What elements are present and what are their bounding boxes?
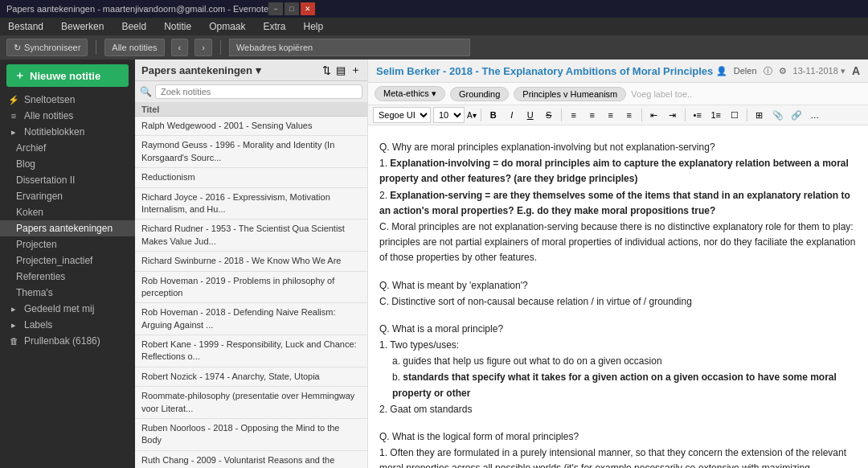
italic-button[interactable]: I <box>504 107 520 123</box>
title-column: Titel <box>141 105 159 114</box>
layout-icon[interactable]: ▤ <box>336 64 346 76</box>
heading-icon[interactable]: A▾ <box>467 111 477 120</box>
more-button[interactable]: … <box>807 107 823 123</box>
menu-item-bestand[interactable]: Bestand <box>5 19 47 34</box>
body-paragraph: a. guides that help us figure out what t… <box>392 354 857 369</box>
note-list-item[interactable]: Richard Joyce - 2016 - Expressivism, Mot… <box>135 188 367 220</box>
link-button[interactable]: 🔗 <box>788 107 805 123</box>
sidebar-item-koken[interactable]: Koken <box>0 204 135 220</box>
note-list-item[interactable]: Ruth Chang - 2009 - Voluntarist Reasons … <box>135 451 367 468</box>
bold-button[interactable]: B <box>485 107 502 123</box>
sort-icon[interactable]: ⇅ <box>322 64 331 76</box>
font-size-icon[interactable]: A <box>852 64 860 77</box>
minimize-button[interactable]: − <box>268 2 283 15</box>
notes-title: Papers aantekeningen ▾ <box>141 64 261 76</box>
note-list-item[interactable]: Reductionism <box>135 168 367 187</box>
menu-item-help[interactable]: Help <box>301 19 327 34</box>
sidebar-item-dissertation[interactable]: Dissertation II <box>0 172 135 188</box>
sneltoetsen-icon: ⚡ <box>8 95 19 105</box>
nav-forward-button[interactable]: › <box>194 39 212 56</box>
sidebar-item-label: Notitieblokken <box>24 126 84 138</box>
titlebar: Papers aantekeningen - maartenjivandoorn… <box>0 0 868 18</box>
body-paragraph: Q. Why are moral principles explanation-… <box>379 140 857 155</box>
font-size-select[interactable]: 10 <box>433 107 465 123</box>
tag-grounding[interactable]: Grounding <box>450 87 509 101</box>
checkbox-button[interactable]: ☐ <box>727 107 743 123</box>
note-list-item[interactable]: Roommate-philosophy (presentatie over He… <box>135 387 367 419</box>
share-label[interactable]: Delen <box>734 66 757 76</box>
note-list-item[interactable]: Richard Rudner - 1953 - The Scientist Qu… <box>135 220 367 252</box>
note-list-item[interactable]: Robert Nozick - 1974 - Anarchy, State, U… <box>135 367 367 387</box>
note-list-item[interactable]: Ralph Wedgewood - 2001 - Sensing Values <box>135 117 367 136</box>
sidebar-item-papers[interactable]: Papers aantekeningen <box>0 220 135 236</box>
sidebar-item-label: Blog <box>16 158 35 170</box>
all-notes-button[interactable]: Alle notities <box>104 39 164 56</box>
note-list-item[interactable]: Rob Hoveman - 2019 - Problems in philoso… <box>135 272 367 304</box>
address-bar[interactable] <box>229 39 470 56</box>
share-icon[interactable]: 👤 <box>716 66 727 76</box>
align-right-button[interactable]: ≡ <box>603 107 619 123</box>
sidebar-item-projecten[interactable]: Projecten <box>0 236 135 252</box>
note-body[interactable]: Q. Why are moral principles explanation-… <box>368 125 868 468</box>
tag-meta-ethics[interactable]: Meta-ethics ▾ <box>375 86 445 101</box>
sidebar-item-sneltoetsen[interactable]: ⚡ Sneltoetsen <box>0 92 135 108</box>
note-list-item[interactable]: Ruben Noorloos - 2018 - Opposing the Min… <box>135 419 367 451</box>
note-title[interactable]: Selim Berker - 2018 - The Explanatory Am… <box>376 65 713 77</box>
font-family-select[interactable]: Segoe UI <box>373 107 431 123</box>
menu-item-bewerken[interactable]: Bewerken <box>58 19 107 34</box>
sidebar-item-alle-notities[interactable]: ≡ Alle notities <box>0 108 135 124</box>
search-input[interactable] <box>155 84 362 99</box>
note-list-item[interactable]: Robert Kane - 1999 - Responsibility, Luc… <box>135 335 367 367</box>
sidebar-item-label: Papers aantekeningen <box>16 223 113 234</box>
settings-icon[interactable]: ⚙ <box>779 66 787 76</box>
all-notes-label: Alle notities <box>112 43 157 52</box>
bullet-list-button[interactable]: •≡ <box>690 107 706 123</box>
sidebar-item-blog[interactable]: Blog <box>0 156 135 172</box>
sidebar-item-notitieblokken[interactable]: ▸ Notitieblokken <box>0 124 135 140</box>
search-icon: 🔍 <box>140 86 152 97</box>
note-list-item[interactable]: Richard Swinburne - 2018 - We Know Who W… <box>135 252 367 271</box>
tags-bar: Meta-ethics ▾ Grounding Principles v Hum… <box>368 83 868 105</box>
add-note-icon[interactable]: ＋ <box>350 63 361 77</box>
toolbar-separator-2 <box>220 40 221 55</box>
table-button[interactable]: ⊞ <box>751 107 768 123</box>
tag-add[interactable]: Voeg label toe.. <box>631 89 692 99</box>
note-list-item[interactable]: Rob Hoveman - 2018 - Defending Naive Rea… <box>135 303 367 335</box>
align-left-button[interactable]: ≡ <box>566 107 582 123</box>
body-spacer <box>379 267 857 272</box>
new-note-button[interactable]: ＋ Nieuwe notitie <box>6 64 129 87</box>
underline-button[interactable]: U <box>522 107 538 123</box>
body-paragraph: Q. What is meant by 'explanation'? <box>379 278 857 294</box>
sync-button[interactable]: ↻ Synchroniseer <box>6 39 88 56</box>
sidebar-item-labels[interactable]: ▸ Labels <box>0 317 135 333</box>
tag-principles-humeanism[interactable]: Principles v Humeanism <box>514 87 626 101</box>
sidebar-item-label: Projecten <box>16 239 57 250</box>
sidebar-item-archief[interactable]: Archief <box>0 140 135 156</box>
sidebar-item-referenties[interactable]: Referenties <box>0 269 135 285</box>
content-area: Selim Berker - 2018 - The Explanatory Am… <box>368 60 868 468</box>
content-header: Selim Berker - 2018 - The Explanatory Am… <box>368 60 868 83</box>
notes-scroll[interactable]: Ralph Wedgewood - 2001 - Sensing ValuesR… <box>135 117 367 468</box>
numbered-list-button[interactable]: 1≡ <box>708 107 724 123</box>
sync-label: Synchroniseer <box>24 43 80 52</box>
strikethrough-button[interactable]: S <box>541 107 557 123</box>
nav-back-button[interactable]: ‹ <box>171 39 189 56</box>
sidebar-item-prullenbak[interactable]: 🗑 Prullenbak (6186) <box>0 333 135 349</box>
menu-item-extra[interactable]: Extra <box>260 19 289 34</box>
menu-item-beeld[interactable]: Beeld <box>118 19 149 34</box>
align-center-button[interactable]: ≡ <box>584 107 600 123</box>
menu-item-opmaak[interactable]: Opmaak <box>206 19 248 34</box>
sidebar-item-ervaringen[interactable]: Ervaringen <box>0 188 135 204</box>
maximize-button[interactable]: □ <box>285 2 299 15</box>
indent-increase-button[interactable]: ⇥ <box>665 107 681 123</box>
sidebar-item-gedeeld[interactable]: ▸ Gedeeld met mij <box>0 301 135 317</box>
sidebar-item-themas[interactable]: Thema's <box>0 285 135 301</box>
sidebar-item-projecten-inactief[interactable]: Projecten_inactief <box>0 252 135 269</box>
indent-decrease-button[interactable]: ⇤ <box>646 107 662 123</box>
align-justify-button[interactable]: ≡ <box>621 107 637 123</box>
attachment-button[interactable]: 📎 <box>770 107 786 123</box>
close-button[interactable]: ✕ <box>301 2 315 15</box>
note-list-item[interactable]: Raymond Geuss - 1996 - Morality and Iden… <box>135 136 367 168</box>
info-icon[interactable]: ⓘ <box>764 65 772 77</box>
menu-item-notitie[interactable]: Notitie <box>161 19 194 34</box>
